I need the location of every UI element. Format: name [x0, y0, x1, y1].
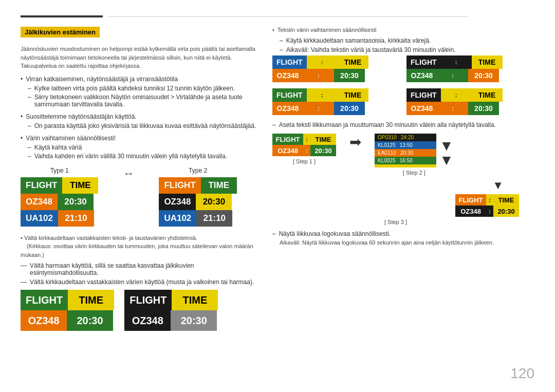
- s2-row3: EA0110 20:30: [375, 149, 436, 157]
- rb2-h-time: TIME: [472, 55, 503, 69]
- step1-header: FLIGHT : TIME: [272, 134, 336, 145]
- step2-content: OP0310 24:20 KL0125 13:50 EA0110 20:30 K…: [375, 134, 454, 167]
- bullet-text-1: Virran katkaiseminen, näytönsäästäjä ja …: [26, 76, 178, 83]
- bullet-item-1: • Virran katkaiseminen, näytönsäästäjä j…: [21, 76, 257, 83]
- bullet-text-2: Suosittelemme näytönsäästäjän käyttöä.: [26, 113, 136, 120]
- note3-dash: —: [21, 278, 27, 286]
- rb4-colon: :: [441, 88, 472, 102]
- step3-row: OZ348 : 20:30: [455, 206, 519, 217]
- page-number: 120: [510, 365, 534, 382]
- bullet-item-3: • Värin vaihtaminen säännöllisesti!: [21, 135, 257, 142]
- bb1-r-c1: OZ348: [21, 310, 67, 331]
- bullet-item-2: • Suosittelemme näytönsäästäjän käyttöä.: [21, 113, 257, 120]
- bb2-header: FLIGHT TIME: [124, 290, 218, 310]
- right-note2-text: Aikaväli: Näytä liikkuvaa logokuvaa 60 s…: [280, 239, 494, 246]
- type1-r1-c1: OZ348: [21, 194, 58, 210]
- right-dash2-text: Aikaväli: Vaihda tekstin väriä ja tausta…: [286, 46, 456, 53]
- type2-h-flight: FLIGHT: [159, 177, 200, 194]
- step2-label: [ Step 2 ]: [403, 170, 425, 176]
- note1-paren: (Kirkkaus: osoittaa värin kirkkauden tai…: [21, 243, 253, 258]
- down-arrow2: ▼: [439, 153, 454, 167]
- right-bullet1: • Tekstin värin vaihtaminen säännöllises…: [272, 27, 534, 33]
- note1: • Vältä kirkkaudeltaan vastakkaisten tek…: [21, 234, 257, 259]
- right-dash2: – Aikaväli: Vaihda tekstin väriä ja taus…: [280, 46, 534, 53]
- s1-colon: :: [303, 134, 310, 145]
- bb2-h-time: TIME: [172, 290, 218, 310]
- s2-row2: KL0125 13:50: [375, 141, 436, 149]
- rule-dark: [21, 15, 103, 17]
- right-dash1-block: – Käytä kirkkaudeltaan samantasoisia, ki…: [272, 37, 534, 53]
- down-arrow1: ▼: [439, 139, 454, 153]
- type2-row1: OZ348 20:30: [159, 194, 236, 210]
- top-rules: [21, 15, 534, 17]
- dash: –: [28, 94, 31, 108]
- dash-text-1-2: Siirry tietokoneen valikkoon Näytön omin…: [34, 94, 257, 108]
- dash-item-2-1: – On parasta käyttää joko yksivärisiä ta…: [21, 122, 257, 129]
- rb3-colon: :: [307, 88, 338, 102]
- type1-block: Type 1 FLIGHT TIME OZ348 20:30 UA102 21:: [21, 167, 98, 227]
- right-board-2: FLIGHT : TIME OZ348 : 20:30: [406, 55, 534, 82]
- type2-block: Type 2 FLIGHT TIME OZ348 20:30 UA102 21:: [159, 167, 236, 227]
- left-right-arrow: ↔: [119, 167, 138, 180]
- rb4-colon2: :: [437, 102, 468, 115]
- type2-label: Type 2: [189, 167, 207, 174]
- rb3-r-c2: 20:30: [334, 102, 365, 115]
- step1-label: [ Step 1 ]: [293, 158, 316, 164]
- dash: –: [28, 122, 31, 129]
- page: Jälkikuvien estäminen Jäännöskuvien muod…: [0, 0, 555, 392]
- rb1-colon2: :: [303, 69, 334, 82]
- rb2-r-c1: OZ348: [406, 69, 437, 82]
- dash-text-1-1: Kytke laitteen virta pois päältä kahdeks…: [34, 85, 235, 92]
- bullet-section-2: • Suosittelemme näytönsäästäjän käyttöä.…: [21, 113, 257, 129]
- note2-dash: —: [21, 262, 27, 276]
- left-column: Jälkikuvien estäminen Jäännöskuvien muod…: [21, 27, 257, 382]
- dash-item-1-1: – Kytke laitteen virta pois päältä kahde…: [21, 85, 257, 92]
- step1-row: OZ348 : 20:30: [272, 145, 336, 156]
- rb2-colon: :: [441, 55, 472, 69]
- note2: — Vältä harmaan käyttöä, sillä se saatta…: [21, 262, 257, 276]
- rb1-h-flight: FLIGHT: [272, 55, 307, 69]
- type1-r2-c2: 21:10: [58, 210, 94, 227]
- type2-header-row: FLIGHT TIME: [159, 177, 236, 194]
- type1-header-row: FLIGHT TIME: [21, 177, 98, 194]
- dash: –: [28, 153, 31, 160]
- dash-sym: –: [280, 46, 283, 53]
- step2-board: OP0310 24:20 KL0125 13:50 EA0110 20:30 K…: [375, 134, 436, 167]
- s3-colon: :: [486, 194, 493, 206]
- rb2-r-c2: 20:30: [468, 69, 499, 82]
- right-board-3: FLIGHT : TIME OZ348 : 20:30: [272, 88, 400, 115]
- dash: –: [28, 144, 31, 151]
- right-note1-text: Näytä liikkuvaa logokuvaa säännöllisesti…: [279, 230, 391, 237]
- dash-item-3-2: – Vaihda kahden eri värin välillä 30 min…: [21, 153, 257, 160]
- step1-board: FLIGHT : TIME OZ348 : 20:30: [272, 134, 336, 156]
- rb3-header: FLIGHT : TIME: [272, 88, 400, 102]
- rb2-colon2: :: [437, 69, 468, 82]
- s3-r-c1: OZ348: [455, 206, 486, 217]
- s1-r-c2: 20:30: [310, 145, 336, 156]
- bullet-dot: •: [21, 76, 23, 83]
- steps-row: FLIGHT : TIME OZ348 : 20:30 [ Step 1 ] ➡: [272, 134, 534, 176]
- bb2-row: OZ348 20:30: [124, 310, 218, 331]
- bb1-r-c2: 20:30: [67, 310, 113, 331]
- right-bullet-dot: •: [272, 27, 274, 33]
- rb3-r-c1: OZ348: [272, 102, 303, 115]
- s3-colon2: :: [486, 206, 493, 217]
- rb1-h-time: TIME: [338, 55, 368, 69]
- main-content: Jälkikuvien estäminen Jäännöskuvien muod…: [21, 27, 534, 382]
- rb1-header: FLIGHT : TIME: [272, 55, 400, 69]
- right-board-1: FLIGHT : TIME OZ348 : 20:30: [272, 55, 400, 82]
- s3-r-c2: 20:30: [493, 206, 519, 217]
- rb4-h-time: TIME: [472, 88, 503, 102]
- type2-r2-c1: UA102: [159, 210, 196, 227]
- type1-h-time: TIME: [62, 177, 98, 194]
- bb1-header: FLIGHT TIME: [21, 290, 114, 310]
- types-row: Type 1 FLIGHT TIME OZ348 20:30 UA102 21:: [21, 167, 257, 227]
- s1-colon2: :: [303, 145, 310, 156]
- rb4-r-c2: 20:30: [468, 102, 499, 115]
- type1-row2: UA102 21:10: [21, 210, 98, 227]
- s2-row4: KL0025 16:50: [375, 157, 436, 164]
- bullet-dot: •: [21, 113, 23, 120]
- s1-r-c1: OZ348: [272, 145, 303, 156]
- type1-board: FLIGHT TIME OZ348 20:30 UA102 21:10: [21, 177, 98, 227]
- bottom-board1: FLIGHT TIME OZ348 20:30: [21, 290, 114, 331]
